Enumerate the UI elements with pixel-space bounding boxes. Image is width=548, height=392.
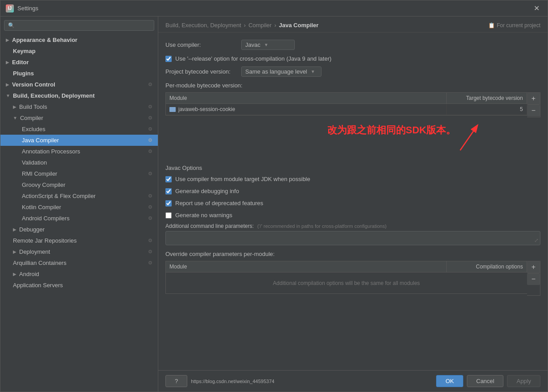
bytecode-version-row: Project bytecode version: Same as langua… [165, 66, 540, 77]
expand-arrow-deployment: ▶ [13, 249, 16, 254]
search-input[interactable] [17, 22, 150, 29]
sidebar-item-build-tools[interactable]: ▶ Build Tools ⚙ [0, 101, 158, 112]
override-table-wrapper: Module Compilation options Additional co… [165, 261, 540, 296]
sidebar-item-groovy[interactable]: Groovy Compiler [0, 179, 158, 190]
option4-row: Generate no warnings [165, 211, 540, 219]
for-current-project[interactable]: 📋 For current project [488, 22, 540, 29]
apply-button[interactable]: Apply [507, 375, 540, 387]
sidebar-item-annotation[interactable]: Annotation Processors ⚙ [0, 146, 158, 157]
sidebar-item-label-validation: Validation [22, 159, 47, 166]
cmdline-label-row: Additional command line parameters: ('/'… [165, 223, 540, 229]
sidebar-item-app-servers[interactable]: Application Servers [0, 280, 158, 291]
option1-checkbox[interactable] [165, 176, 172, 182]
sidebar-item-kotlin[interactable]: Kotlin Compiler ⚙ [0, 202, 158, 213]
search-box[interactable]: 🔍 [4, 20, 154, 31]
sidebar-item-rmi[interactable]: RMI Compiler ⚙ [0, 168, 158, 179]
remove-override-button[interactable]: − [527, 273, 540, 285]
watermark: https://blog.csdn.net/weixin_44595374 [191, 379, 274, 384]
title-bar-left: IJ Settings [6, 4, 38, 12]
settings-icon-annotation: ⚙ [148, 149, 152, 154]
cmdline-input[interactable] [165, 231, 540, 245]
sidebar-item-android-compilers[interactable]: Android Compilers ⚙ [0, 213, 158, 224]
sidebar-item-android[interactable]: ▶ Android [0, 268, 158, 280]
module-name-cell: javaweb-session-cookie [166, 104, 447, 115]
override-table-container: Module Compilation options Additional co… [165, 261, 527, 294]
option4-label: Generate no warnings [175, 212, 232, 219]
right-panel: Build, Execution, Deployment › Compiler … [158, 17, 548, 392]
settings-icon-vc: ⚙ [148, 82, 152, 87]
sidebar-item-keymap[interactable]: Keymap [0, 45, 158, 57]
sidebar-item-remote-jar[interactable]: Remote Jar Repositories ⚙ [0, 235, 158, 246]
use-compiler-label: Use compiler: [165, 41, 237, 48]
cmdline-hint: ('/' recommended in paths for cross-plat… [257, 223, 387, 229]
sidebar: 🔍 ▶ Appearance & Behavior Keymap ▶ Edito… [0, 17, 158, 392]
sidebar-item-label-build-tools: Build Tools [19, 103, 47, 110]
breadcrumb: Build, Execution, Deployment › Compiler … [158, 17, 548, 33]
target-bytecode-col-header: Target bytecode version [447, 93, 527, 103]
sidebar-item-java-compiler[interactable]: Java Compiler ⚙ [0, 135, 158, 146]
option2-checkbox[interactable] [165, 188, 172, 194]
breadcrumb-part3: Java Compiler [279, 22, 319, 29]
sidebar-item-build-execution[interactable]: ▼ Build, Execution, Deployment [0, 90, 158, 101]
module-folder-icon [169, 107, 176, 112]
annotation-arrow [456, 121, 482, 154]
option1-row: Use compiler from module target JDK when… [165, 175, 540, 183]
sidebar-item-label-remote-jar: Remote Jar Repositories [13, 237, 77, 244]
option2-label: Generate debugging info [175, 188, 239, 194]
sidebar-item-label-plugins: Plugins [13, 70, 34, 77]
svg-line-1 [460, 126, 477, 150]
sidebar-item-debugger[interactable]: ▶ Debugger [0, 224, 158, 235]
module-table-row[interactable]: javaweb-session-cookie 5 [166, 104, 527, 115]
sidebar-item-label-android-compilers: Android Compilers [22, 215, 70, 222]
project-icon: 📋 [488, 22, 495, 29]
compiler-dropdown[interactable]: Javac ▼ [241, 40, 295, 50]
expand-arrow-debugger: ▶ [13, 227, 16, 232]
settings-icon-java-compiler: ⚙ [148, 137, 152, 143]
expand-arrow-vc: ▶ [6, 82, 9, 87]
release-option-checkbox[interactable] [165, 56, 172, 62]
bytecode-dropdown[interactable]: Same as language level ▼ [241, 66, 321, 77]
module-version-cell: 5 [447, 104, 527, 115]
sidebar-item-actionscript[interactable]: ActionScript & Flex Compiler ⚙ [0, 190, 158, 202]
sidebar-item-validation[interactable]: Validation [0, 157, 158, 168]
add-override-button[interactable]: + [527, 261, 540, 273]
option3-row: Report use of deprecated features [165, 199, 540, 207]
sidebar-item-appearance[interactable]: ▶ Appearance & Behavior [0, 34, 158, 45]
sidebar-item-label-android: Android [19, 271, 39, 277]
sidebar-item-label-build: Build, Execution, Deployment [13, 92, 95, 99]
sidebar-item-editor[interactable]: ▶ Editor [0, 57, 158, 68]
sidebar-item-deployment[interactable]: ▶ Deployment ⚙ [0, 246, 158, 257]
breadcrumb-sep2: › [274, 22, 276, 29]
override-label: Override compiler parameters per-module: [165, 251, 540, 257]
override-empty-message: Additional compilation options will be t… [166, 272, 527, 293]
bytecode-label: Project bytecode version: [165, 68, 237, 75]
cmdline-input-wrapper: ⤢ [165, 231, 540, 245]
search-icon: 🔍 [8, 22, 15, 29]
option3-checkbox[interactable] [165, 200, 172, 206]
close-button[interactable]: ✕ [531, 3, 542, 13]
sidebar-item-excludes[interactable]: Excludes ⚙ [0, 124, 158, 135]
ok-button[interactable]: OK [436, 375, 463, 387]
sidebar-item-version-control[interactable]: ▶ Version Control ⚙ [0, 79, 158, 90]
sidebar-item-label-groovy: Groovy Compiler [22, 182, 66, 188]
sidebar-item-compiler[interactable]: ▼ Compiler ⚙ [0, 112, 158, 124]
option4-checkbox[interactable] [165, 212, 172, 219]
expand-arrow-compiler: ▼ [13, 116, 17, 120]
sidebar-item-plugins[interactable]: Plugins [0, 68, 158, 79]
settings-icon-actionscript: ⚙ [148, 193, 152, 199]
breadcrumb-sep1: › [244, 22, 246, 29]
help-button[interactable]: ? [165, 375, 187, 387]
panel-content: Use compiler: Javac ▼ Use '--release' op… [158, 33, 548, 370]
sidebar-item-arquillian[interactable]: Arquillian Containers ⚙ [0, 257, 158, 268]
expand-arrow-android: ▶ [13, 272, 16, 276]
remove-module-button[interactable]: − [527, 105, 540, 116]
sidebar-item-label-appearance: Appearance & Behavior [12, 37, 78, 43]
expand-icon[interactable]: ⤢ [534, 237, 539, 243]
option2-row: Generate debugging info [165, 187, 540, 195]
override-module-col-header: Module [166, 261, 447, 272]
cancel-button[interactable]: Cancel [467, 375, 503, 387]
bottom-bar: ? https://blog.csdn.net/weixin_44595374 … [158, 370, 548, 392]
sidebar-item-label-arquillian: Arquillian Containers [13, 260, 66, 266]
add-module-button[interactable]: + [527, 93, 540, 105]
sidebar-item-label-editor: Editor [12, 59, 29, 66]
